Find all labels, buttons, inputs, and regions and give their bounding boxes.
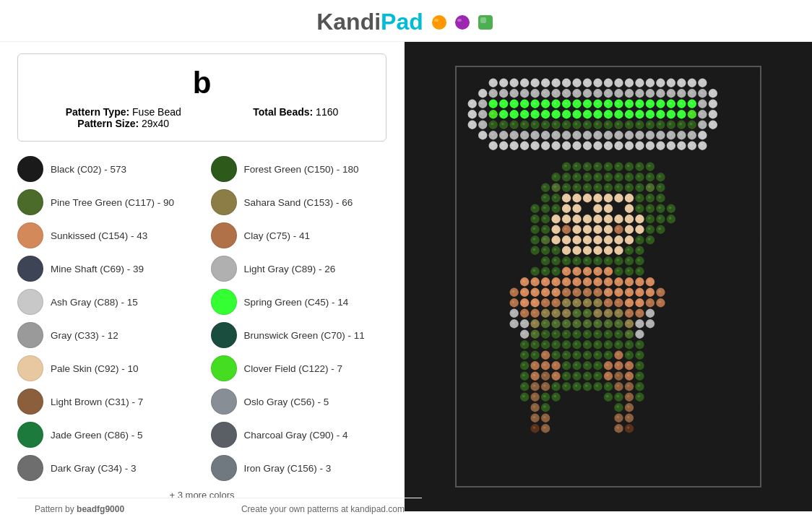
color-swatch [17,289,43,315]
color-item: Light Brown (C31) - 7 [17,389,194,415]
color-label: Gray (C33) - 12 [51,330,118,341]
color-swatch [211,322,237,348]
svg-rect-5 [480,17,486,23]
footer-bar: Pattern by beadfg9000 Create your own pa… [17,498,405,511]
cta-text: Create your own patterns at kandipad.com [241,504,405,511]
color-swatch [211,289,237,315]
color-label: Mine Shaft (C69) - 39 [51,264,144,274]
color-swatch [211,455,237,481]
candy-orange-icon [429,12,449,32]
color-label: Sunkissed (C154) - 43 [51,230,147,241]
pattern-info-box: b Pattern Type: Fuse Bead Pattern Size: … [17,53,386,142]
color-item: Iron Gray (C156) - 3 [211,455,387,481]
color-item: Clay (C75) - 41 [211,222,387,248]
logo-kandi: Kandi [316,9,381,35]
pattern-type-label: Pattern Type: [66,106,129,118]
logo-pad: Pad [381,9,423,35]
color-item: Black (C02) - 573 [17,156,194,182]
color-label: Clover Field (C122) - 7 [244,363,343,374]
color-label: Light Brown (C31) - 7 [51,396,143,407]
right-panel [405,42,812,511]
pattern-author: Pattern by beadfg9000 [35,504,124,511]
color-label: Dark Gray (C34) - 3 [51,463,137,474]
color-swatch [211,156,237,182]
color-item: Ash Gray (C88) - 15 [17,289,194,315]
color-swatch [17,422,43,448]
candy-green-icon [475,12,496,32]
color-label: Pale Skin (C92) - 10 [51,363,139,374]
color-label: Oslo Gray (C56) - 5 [244,396,329,407]
logo: Kandi Pad [316,9,496,35]
color-item: Pine Tree Green (C117) - 90 [17,189,194,215]
color-swatch [211,222,237,248]
pattern-beads-label: Total Beads: [253,106,313,118]
main-content: b Pattern Type: Fuse Bead Pattern Size: … [0,42,812,511]
color-swatch [17,322,43,348]
logo-icons [429,12,496,32]
color-swatch [17,355,43,381]
color-label: Sahara Sand (C153) - 66 [244,197,353,208]
color-grid: Black (C02) - 573 Forest Green (C150) - … [17,156,386,481]
svg-point-3 [457,19,462,22]
color-item: Clover Field (C122) - 7 [211,355,387,381]
svg-point-2 [455,15,470,30]
color-item: Oslo Gray (C56) - 5 [211,389,387,415]
pattern-letter: b [30,66,374,100]
color-label: Brunswick Green (C70) - 11 [244,330,365,341]
header: Kandi Pad [0,0,812,42]
color-label: Jade Green (C86) - 5 [51,430,143,441]
color-swatch [211,355,237,381]
color-label: Black (C02) - 573 [51,164,126,175]
color-swatch [211,389,237,415]
color-swatch [211,189,237,215]
color-item: Brunswick Green (C70) - 11 [211,322,387,348]
color-label: Ash Gray (C88) - 15 [51,297,138,308]
color-item: Charcoal Gray (C90) - 4 [211,422,387,448]
color-swatch [17,222,43,248]
bead-pattern-canvas [455,66,761,488]
svg-point-1 [434,19,439,22]
color-label: Light Gray (C89) - 26 [244,264,336,274]
pattern-type: Pattern Type: Fuse Bead Pattern Size: 29… [66,106,181,129]
svg-point-0 [432,15,446,30]
color-item: Gray (C33) - 12 [17,322,194,348]
color-item: Forest Green (C150) - 180 [211,156,387,182]
pattern-beads: Total Beads: 1160 [253,106,338,129]
color-swatch [211,256,237,282]
color-item: Sunkissed (C154) - 43 [17,222,194,248]
color-item: Dark Gray (C34) - 3 [17,455,194,481]
color-swatch [17,389,43,415]
color-label: Iron Gray (C156) - 3 [244,463,332,474]
color-swatch [17,189,43,215]
color-swatch [17,256,43,282]
left-panel: b Pattern Type: Fuse Bead Pattern Size: … [0,42,405,511]
color-label: Spring Green (C45) - 14 [244,297,349,308]
color-swatch [17,156,43,182]
color-item: Light Gray (C89) - 26 [211,256,387,282]
color-item: Mine Shaft (C69) - 39 [17,256,194,282]
pattern-beads-value: 1160 [316,106,338,118]
color-label: Clay (C75) - 41 [244,230,311,241]
color-label: Forest Green (C150) - 180 [244,164,359,175]
color-label: Pine Tree Green (C117) - 90 [51,197,174,208]
color-label: Charcoal Gray (C90) - 4 [244,430,348,441]
pattern-size-value: 29x40 [142,118,169,129]
color-item: Spring Green (C45) - 14 [211,289,387,315]
color-item: Jade Green (C86) - 5 [17,422,194,448]
color-item: Pale Skin (C92) - 10 [17,355,194,381]
pattern-meta: Pattern Type: Fuse Bead Pattern Size: 29… [30,106,374,129]
color-item: Sahara Sand (C153) - 66 [211,189,387,215]
pattern-type-value: Fuse Bead [132,106,181,118]
color-swatch [17,455,43,481]
candy-purple-icon [452,12,472,32]
color-swatch [211,422,237,448]
pattern-size-label: Pattern Size: [77,118,139,129]
